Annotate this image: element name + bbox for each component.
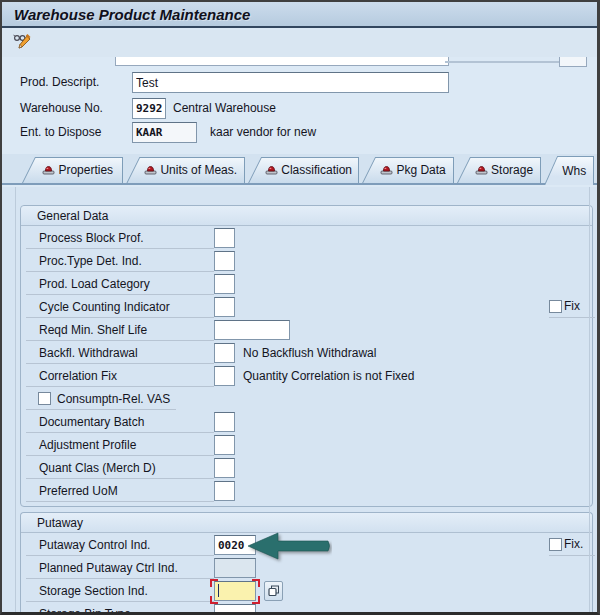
adjustment-profile-input[interactable] (214, 435, 235, 455)
display-change-button[interactable] (12, 34, 34, 54)
general-data-title: General Data (37, 209, 108, 223)
row-quant-clas-merch-d: Quant Clas (Merch D) (21, 458, 592, 481)
consumptn-rel-vas-label: Consumptn-Rel. VAS (57, 392, 170, 406)
tab-units-of-meas[interactable]: Units of Meas. (126, 157, 245, 183)
row-proc-type-det-ind: Proc.Type Det. Ind. (21, 251, 592, 274)
row-process-block-prof: Process Block Prof. (21, 228, 592, 251)
row-storage-bin-type: Storage Bin Type (21, 604, 592, 615)
field-label: Planned Putaway Ctrl Ind. (26, 558, 214, 579)
row-reqd-min-shelf-life: Reqd Min. Shelf Life (21, 320, 592, 343)
field-label: Quant Clas (Merch D) (26, 458, 214, 479)
focus-corner (210, 596, 218, 604)
focus-corner (252, 579, 260, 587)
field-label: Correlation Fix (26, 366, 214, 387)
matchcode-button[interactable] (264, 581, 283, 601)
ent-to-dispose-label: Ent. to Dispose (20, 125, 101, 139)
tab-pkg-data[interactable]: Pkg Data (362, 157, 454, 183)
tab-label: Whs (562, 164, 586, 178)
application-toolbar (2, 30, 597, 57)
process-block-prof-input[interactable] (214, 228, 235, 248)
fix-dot-checkbox[interactable] (549, 538, 562, 551)
row-consumptn-rel-vas: Consumptn-Rel. VAS (21, 389, 592, 412)
storage-bin-type-input[interactable] (214, 604, 256, 615)
row-preferred-uom: Preferred UoM (21, 481, 592, 504)
fix-dot-checkbox-label: Fix. (564, 537, 583, 551)
consumptn-rel-vas-checkbox[interactable] (38, 392, 51, 405)
field-label: Putaway Control Ind. (26, 535, 214, 556)
correlation-fix-input[interactable] (214, 366, 235, 386)
backfl-withdrawal-input[interactable] (214, 343, 235, 363)
proc-type-det-ind-input[interactable] (214, 251, 235, 271)
cycle-counting-indicator-input[interactable] (214, 297, 235, 317)
field-label: Backfl. Withdrawal (26, 343, 214, 364)
tab-properties[interactable]: Properties (22, 157, 123, 183)
tab-label: Pkg Data (396, 163, 445, 177)
reqd-min-shelf-life-input[interactable] (214, 320, 290, 340)
row-cycle-counting-indicator: Cycle Counting Indicator Fix (21, 297, 592, 320)
tab-storage[interactable]: Storage (457, 157, 541, 183)
field-label: Cycle Counting Indicator (26, 297, 214, 318)
display-change-icon (13, 33, 33, 54)
backfl-withdrawal-description: No Backflush Withdrawal (243, 346, 376, 360)
row-documentary-batch: Documentary Batch (21, 412, 592, 435)
ent-to-dispose-input[interactable] (132, 122, 197, 143)
storage-section-ind-input[interactable] (214, 581, 256, 601)
focus-corner (252, 596, 260, 604)
form-row-prod-descript: Prod. Descript. (2, 72, 597, 94)
row-adjustment-profile: Adjustment Profile (21, 435, 592, 458)
tab-page-icon (42, 163, 55, 178)
text-cursor (218, 584, 219, 597)
cutoff-line-artifact (445, 61, 560, 63)
row-prod-load-category: Prod. Load Category (21, 274, 592, 297)
focus-corner (210, 579, 218, 587)
warehouse-no-input[interactable] (132, 98, 166, 119)
title-bar: Warehouse Product Maintenance (2, 2, 597, 28)
tab-page-icon (475, 163, 488, 178)
putaway-groupbox: Putaway Putaway Control Ind. Fix. (20, 512, 593, 615)
putaway-title: Putaway (37, 516, 83, 530)
row-putaway-control-ind: Putaway Control Ind. Fix. (21, 535, 592, 558)
documentary-batch-input[interactable] (214, 412, 235, 432)
field-label: Documentary Batch (26, 412, 214, 433)
header-form: Prod. Descript. Warehouse No. Central Wa… (2, 57, 597, 154)
sap-window: Warehouse Product Maintenance Prod (0, 0, 600, 615)
row-storage-section-ind: Storage Section Ind. (21, 581, 592, 604)
tab-page-icon (380, 163, 393, 178)
whs-tab-content: General Data Process Block Prof. Proc.Ty… (2, 187, 597, 612)
tab-label: Classification (281, 163, 352, 177)
field-label: Storage Bin Type (26, 604, 214, 615)
tab-strip: Properties Units of Meas. Classification… (2, 154, 597, 185)
preferred-uom-input[interactable] (214, 481, 235, 501)
field-label: Preferred UoM (26, 481, 214, 502)
fix-checkbox-label: Fix (564, 299, 580, 313)
tab-label: Units of Meas. (160, 163, 237, 177)
prod-descript-label: Prod. Descript. (20, 75, 99, 89)
field-label: Prod. Load Category (26, 274, 214, 295)
ent-to-dispose-description: kaar vendor for new (210, 125, 316, 139)
tab-page-icon (265, 163, 278, 178)
fix-checkbox[interactable] (549, 300, 562, 313)
page-title: Warehouse Product Maintenance (14, 6, 250, 23)
row-underline (26, 409, 176, 410)
focused-field-frame (210, 579, 260, 604)
prod-load-category-input[interactable] (214, 274, 235, 294)
cutoff-field-artifact (115, 57, 449, 66)
general-data-header: General Data (21, 206, 592, 226)
field-label: Proc.Type Det. Ind. (26, 251, 214, 272)
row-correlation-fix: Correlation Fix Quantity Correlation is … (21, 366, 592, 389)
row-backfl-withdrawal: Backfl. Withdrawal No Backflush Withdraw… (21, 343, 592, 366)
cutoff-box-artifact (559, 57, 587, 67)
annotation-arrow-icon (240, 530, 332, 564)
tab-classification[interactable]: Classification (248, 157, 359, 183)
prod-descript-input[interactable] (132, 72, 449, 93)
field-label: Reqd Min. Shelf Life (26, 320, 214, 341)
field-label: Process Block Prof. (26, 228, 214, 249)
tab-label: Properties (58, 163, 113, 177)
tab-whs-active[interactable]: Whs (544, 156, 594, 185)
correlation-fix-description: Quantity Correlation is not Fixed (243, 369, 414, 383)
form-row-warehouse-no: Warehouse No. Central Warehouse (2, 98, 597, 120)
form-row-ent-to-dispose: Ent. to Dispose kaar vendor for new (2, 122, 597, 144)
quant-clas-merch-d-input[interactable] (214, 458, 235, 478)
fix-checkbox-group: Fix (549, 299, 595, 318)
warehouse-no-description: Central Warehouse (173, 101, 276, 115)
